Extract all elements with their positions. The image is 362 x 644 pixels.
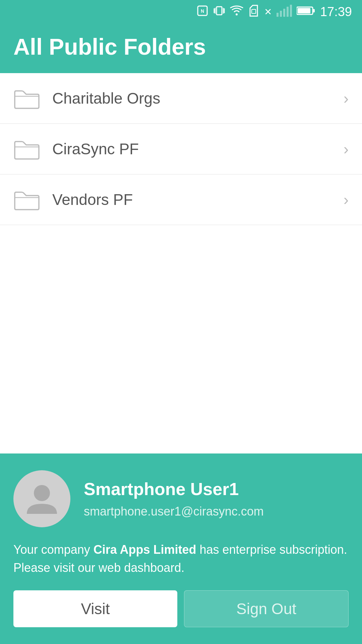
- folder-label-cirasync-pf: CiraSync PF: [52, 140, 344, 158]
- svg-rect-15: [313, 9, 315, 12]
- profile-name: Smartphone User1: [84, 479, 264, 499]
- profile-info: Smartphone User1 smartphone.user1@cirasy…: [84, 479, 264, 519]
- sign-out-button[interactable]: Sign Out: [184, 590, 349, 627]
- user-icon: [23, 480, 60, 517]
- svg-rect-13: [290, 5, 292, 17]
- folder-list: Charitable Orgs › CiraSync PF › Vendors …: [0, 73, 362, 225]
- svg-rect-10: [280, 11, 282, 17]
- svg-rect-8: [252, 9, 256, 13]
- folder-item-cirasync-pf[interactable]: CiraSync PF ›: [0, 124, 362, 174]
- folder-icon: [13, 138, 40, 160]
- chevron-right-icon: ›: [344, 191, 349, 209]
- footer-description: Your company Cira Apps Limited has enter…: [13, 541, 349, 577]
- folder-label-vendors-pf: Vendors PF: [52, 191, 344, 209]
- folder-icon: [13, 189, 40, 211]
- folder-item-vendors-pf[interactable]: Vendors PF ›: [0, 174, 362, 225]
- signal-icon: [277, 5, 292, 19]
- status-bar: N: [0, 0, 362, 23]
- svg-rect-2: [217, 7, 222, 15]
- svg-point-17: [34, 485, 50, 501]
- x-icon: ✕: [264, 6, 272, 17]
- company-name: Cira Apps Limited: [94, 543, 196, 556]
- chevron-right-icon: ›: [344, 89, 349, 107]
- svg-text:N: N: [201, 8, 204, 14]
- chevron-right-icon: ›: [344, 140, 349, 158]
- footer-card: Smartphone User1 smartphone.user1@cirasy…: [0, 453, 362, 644]
- page-header: All Public Folders: [0, 23, 362, 73]
- battery-icon: [297, 6, 315, 18]
- vibrate-icon: [213, 5, 225, 19]
- footer-buttons: Visit Sign Out: [13, 590, 349, 627]
- svg-rect-12: [287, 7, 289, 17]
- folder-icon: [13, 88, 40, 109]
- visit-button[interactable]: Visit: [13, 590, 177, 627]
- status-time: 17:39: [320, 5, 352, 19]
- wifi-icon: [230, 5, 243, 19]
- folder-item-charitable-orgs[interactable]: Charitable Orgs ›: [0, 73, 362, 124]
- sim-icon: [248, 5, 259, 19]
- profile-email: smartphone.user1@cirasync.com: [84, 504, 264, 519]
- status-icons: N: [196, 5, 352, 19]
- svg-point-7: [236, 13, 238, 15]
- avatar: [13, 470, 70, 527]
- folder-icon-wrapper: [13, 87, 40, 110]
- svg-rect-11: [283, 9, 285, 17]
- svg-rect-9: [277, 13, 279, 17]
- nfc-icon: N: [196, 5, 208, 19]
- svg-rect-16: [298, 8, 310, 13]
- profile-row: Smartphone User1 smartphone.user1@cirasy…: [13, 470, 349, 527]
- folder-icon-wrapper: [13, 188, 40, 211]
- folder-label-charitable-orgs: Charitable Orgs: [52, 89, 344, 107]
- page-title: All Public Folders: [13, 34, 349, 60]
- folder-icon-wrapper: [13, 137, 40, 161]
